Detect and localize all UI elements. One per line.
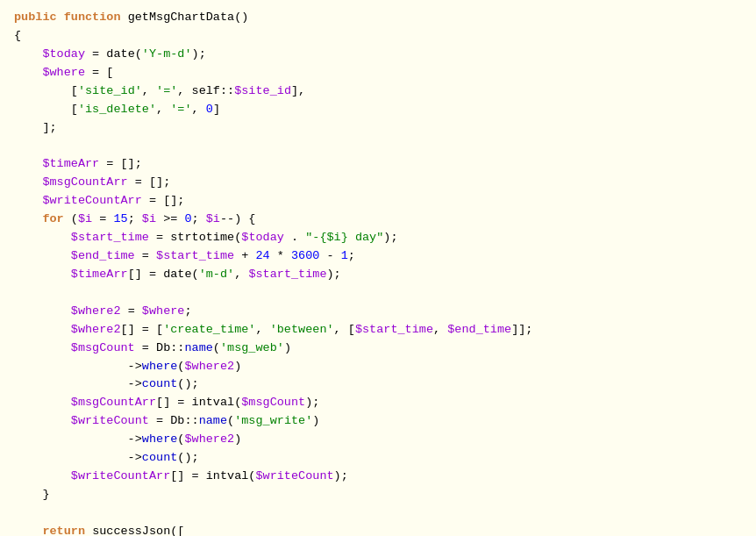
- code-line-1: public function getMsgChartData(): [14, 9, 742, 27]
- code-line-4: $where = [: [14, 64, 742, 82]
- code-line-7: ];: [14, 119, 742, 138]
- code-line-27: }: [14, 486, 742, 504]
- code-line-14: $end_time = $start_time + 24 * 3600 - 1;: [14, 247, 742, 266]
- code-line-9: $timeArr = [];: [14, 155, 742, 174]
- code-line-13: $start_time = strtotime($today . "-{$i} …: [14, 229, 742, 247]
- code-line-19: $msgCount = Db::name('msg_web'): [14, 339, 742, 358]
- code-line-16: [14, 284, 742, 303]
- code-line-29: return successJson([: [14, 523, 742, 536]
- code-line-3: $today = date('Y-m-d');: [14, 46, 742, 64]
- code-line-17: $where2 = $where;: [14, 303, 742, 321]
- code-line-25: ->count();: [14, 449, 742, 468]
- code-line-18: $where2[] = ['create_time', 'between', […: [14, 321, 742, 339]
- code-line-23: $writeCount = Db::name('msg_write'): [14, 412, 742, 431]
- code-line-28: [14, 504, 742, 523]
- code-line-12: for ($i = 15; $i >= 0; $i--) {: [14, 211, 742, 229]
- code-container: public function getMsgChartData() { $tod…: [0, 0, 756, 536]
- code-line-15: $timeArr[] = date('m-d', $start_time);: [14, 266, 742, 284]
- code-line-20: ->where($where2): [14, 358, 742, 376]
- code-line-2: {: [14, 27, 742, 46]
- code-line-21: ->count();: [14, 375, 742, 394]
- code-line-6: ['is_delete', '=', 0]: [14, 101, 742, 119]
- code-line-8: [14, 137, 742, 155]
- code-line-10: $msgCountArr = [];: [14, 174, 742, 192]
- code-line-22: $msgCountArr[] = intval($msgCount);: [14, 394, 742, 412]
- code-line-26: $writeCountArr[] = intval($writeCount);: [14, 468, 742, 486]
- code-line-24: ->where($where2): [14, 431, 742, 449]
- code-line-11: $writeCountArr = [];: [14, 192, 742, 211]
- code-line-5: ['site_id', '=', self::$site_id],: [14, 82, 742, 101]
